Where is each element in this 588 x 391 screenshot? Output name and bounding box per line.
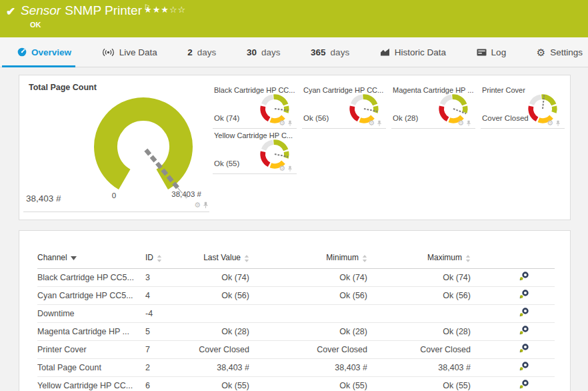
pin-icon[interactable] (287, 120, 293, 127)
table-row[interactable]: Printer Cover 7 Cover Closed Cover Close… (37, 340, 555, 358)
mini-gauge-cell[interactable]: Cyan Cartridge HP CC... Ok (56) ⚙ (302, 83, 386, 129)
channel-settings-icon[interactable] (519, 380, 529, 389)
tab-label: days (197, 47, 217, 57)
tab-bar: Overview Live Data 2 days 30 days 365 da… (0, 37, 588, 67)
table-row[interactable]: Cyan Cartridge HP CC5... 4 Ok (56) Ok (5… (37, 286, 555, 304)
tab-overview[interactable]: Overview (17, 37, 71, 67)
mini-gauge-value: Ok (55) (214, 159, 239, 167)
channel-maximum (367, 304, 471, 322)
channel-name[interactable]: Cyan Cartridge HP CC5... (37, 286, 145, 304)
tab-historic-data[interactable]: Historic Data (380, 37, 446, 67)
gauge-settings-gear-icon[interactable]: ⚙ (547, 119, 553, 127)
gauge-settings-gear-icon[interactable]: ⚙ (368, 119, 375, 127)
channel-id: 4 (145, 286, 196, 304)
channel-last-value: 38,403 # (196, 358, 249, 376)
tab-log[interactable]: Log (477, 37, 507, 67)
channels-table-body: Black Cartridge HP CC5... 3 Ok (74) Ok (… (37, 268, 555, 391)
mini-gauge-cell[interactable]: Black Cartridge HP CC... Ok (74) ⚙ (213, 83, 297, 129)
mini-gauge-cell[interactable]: Magenta Cartridge HP ... Ok (28) ⚙ (391, 83, 475, 129)
channel-minimum: Ok (74) (249, 268, 367, 286)
gauge-icon (17, 47, 27, 57)
mini-gauge-cell[interactable]: Printer Cover Cover Closed ⚙ (481, 83, 565, 129)
pin-icon[interactable] (555, 120, 561, 127)
channel-settings-icon[interactable] (519, 272, 529, 281)
sensor-name: SNMP Printer (65, 3, 142, 17)
mini-gauge-value: Ok (28) (393, 114, 418, 122)
cell-divider (23, 212, 209, 212)
pin-icon[interactable] (466, 120, 471, 127)
table-row[interactable]: Black Cartridge HP CC5... 3 Ok (74) Ok (… (37, 268, 555, 286)
channel-minimum (249, 304, 367, 322)
mini-gauge-cell[interactable]: Yellow Cartridge HP C... Ok (55) ⚙ (213, 129, 297, 174)
gauge-scale-min: 0 (106, 191, 122, 200)
channel-name[interactable]: Magenta Cartridge HP ... (37, 322, 145, 340)
gauge-scale-max: 38,403 # (171, 190, 201, 198)
channel-last-value: Cover Closed (196, 340, 249, 358)
tab-label: days (331, 47, 350, 57)
sensor-header: ✔ SensorSNMP Printer⚐ ★★★☆☆ OK (0, 0, 588, 37)
channel-name[interactable]: Total Page Count (37, 358, 145, 376)
channel-minimum: Ok (56) (249, 286, 367, 304)
active-tab-underline (2, 65, 75, 67)
channel-id: 7 (145, 340, 196, 358)
primary-gauge: × (90, 79, 203, 206)
tab-2-days[interactable]: 2 days (187, 37, 216, 67)
table-row[interactable]: Total Page Count 2 38,403 # 38,403 # 38,… (37, 358, 555, 376)
col-header-maximum[interactable]: Maximum (367, 248, 471, 268)
priority-stars[interactable]: ★★★☆☆ (144, 5, 186, 15)
col-header-channel[interactable]: Channel (37, 248, 145, 268)
tab-30-days[interactable]: 30 days (247, 37, 281, 67)
mini-gauge-value: Cover Closed (482, 114, 529, 122)
col-header-last-value[interactable]: Last Value (196, 248, 249, 268)
tab-number: 365 (311, 47, 326, 57)
col-header-minimum[interactable]: Minimum (249, 248, 367, 268)
gear-icon: ⚙ (537, 47, 545, 57)
channel-name[interactable]: Printer Cover (37, 340, 145, 358)
channel-settings-icon[interactable] (519, 344, 529, 353)
mini-gauge-value: Ok (56) (303, 114, 329, 122)
pin-icon[interactable] (377, 120, 382, 127)
table-row[interactable]: Yellow Cartridge HP CC... 6 Ok (55) Ok (… (37, 376, 555, 391)
channel-maximum: Ok (74) (367, 268, 471, 286)
channel-settings-icon[interactable] (519, 362, 529, 371)
channels-table: Channel ID Last Value Minimum Maximum Bl… (37, 248, 555, 391)
tab-label: Historic Data (395, 47, 446, 57)
prtg-sensor-page: ✔ SensorSNMP Printer⚐ ★★★☆☆ OK Overview … (0, 0, 588, 391)
channel-last-value: Ok (28) (196, 322, 249, 340)
sort-icon (244, 255, 249, 262)
col-header-actions (471, 248, 555, 268)
tab-settings[interactable]: ⚙ Settings (537, 37, 583, 67)
pin-icon[interactable] (287, 165, 293, 172)
primary-gauge-value: 38,403 # (26, 193, 61, 204)
gauge-settings-gear-icon[interactable]: ⚙ (279, 119, 285, 127)
tab-number: 2 (187, 47, 193, 57)
channel-id: 6 (145, 376, 196, 391)
channel-last-value: Ok (55) (196, 376, 249, 391)
sort-desc-icon (71, 256, 77, 260)
sort-icon (465, 255, 471, 262)
chart-icon (380, 48, 390, 56)
tab-live-data[interactable]: Live Data (102, 37, 157, 67)
channel-last-value (196, 304, 249, 322)
tab-label: days (261, 47, 281, 57)
sort-icon (157, 255, 162, 262)
channel-minimum: Cover Closed (249, 340, 367, 358)
mini-gauges-grid: Black Cartridge HP CC... Ok (74) ⚙ Cyan … (213, 83, 565, 174)
pin-icon[interactable] (203, 202, 209, 209)
col-header-id[interactable]: ID (145, 248, 196, 268)
channel-settings-icon[interactable] (519, 308, 529, 317)
gauge-settings-gear-icon[interactable]: ⚙ (279, 165, 285, 172)
table-row[interactable]: Magenta Cartridge HP ... 5 Ok (28) Ok (2… (37, 322, 555, 340)
channel-settings-icon[interactable] (519, 326, 529, 335)
channel-name[interactable]: Yellow Cartridge HP CC... (37, 376, 145, 391)
tab-365-days[interactable]: 365 days (311, 37, 349, 67)
channel-name[interactable]: Downtime (37, 304, 145, 322)
channel-name[interactable]: Black Cartridge HP CC5... (37, 268, 145, 286)
tab-label: Overview (31, 47, 71, 57)
channels-panel: Channel ID Last Value Minimum Maximum Bl… (19, 230, 571, 391)
gauge-settings-gear-icon[interactable]: ⚙ (457, 119, 464, 127)
table-row[interactable]: Downtime -4 (37, 304, 555, 322)
gauge-settings-gear-icon[interactable]: ⚙ (194, 202, 201, 209)
channel-settings-icon[interactable] (519, 290, 529, 299)
channel-maximum: Ok (56) (367, 286, 471, 304)
